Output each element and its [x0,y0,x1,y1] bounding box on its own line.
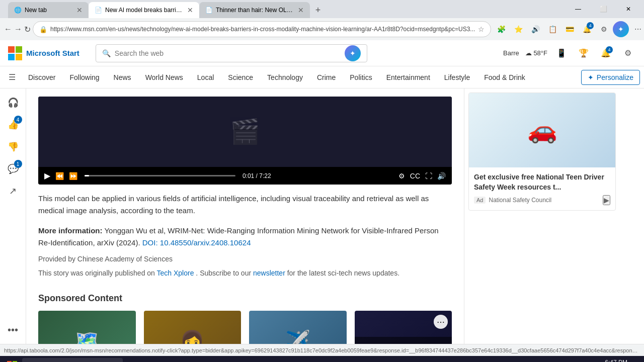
sponsored-card-smartasset[interactable]: 👩 SmartAsset Vermont: The List Of The To… [144,311,242,344]
copilot-icon[interactable]: ✦ [345,45,361,61]
more-info-label: More information: [38,226,103,235]
settings-button[interactable]: ⚙ [596,21,612,37]
nav-item-science[interactable]: Science [222,69,259,85]
nav-item-lifestyle[interactable]: Lifestyle [438,69,476,85]
nav-item-following[interactable]: Following [63,69,105,85]
nav-item-discover[interactable]: Discover [22,69,61,85]
settings-gear-button[interactable]: ⚙ [620,45,636,61]
profile-button[interactable]: ✦ [613,21,629,37]
bookmark-icon[interactable]: ☆ [478,25,485,33]
video-settings-button[interactable]: ⚙ [398,172,405,180]
comment-count: 1 [14,160,22,168]
ad-card: 🚗 Get exclusive free National Teen Drive… [468,93,616,211]
dislike-button[interactable]: 👎 [3,137,23,157]
card-airport-icon: ✈️ [285,329,310,344]
rewards-button[interactable]: 🏆 [576,45,592,61]
maximize-button[interactable]: ⬜ [592,0,615,18]
nav-item-technology[interactable]: Technology [261,69,309,85]
refresh-button[interactable]: ↻ [24,21,31,37]
bell-notification-count: 4 [606,46,613,53]
sponsored-card-motleyfool[interactable]: 🤖 ⋯ Motley Fool Nvidia's New Rival (Hint… [355,311,452,344]
rewind-button[interactable]: ⏪ [55,172,64,180]
svg-rect-3 [16,54,22,60]
share-button[interactable]: ↗ [3,181,23,201]
minimize-button[interactable]: — [567,0,590,18]
personalize-label: Personalize [597,73,633,81]
msn-logo[interactable]: Microsoft Start [8,46,79,60]
notification-bell-button[interactable]: 🔔 4 [598,45,614,61]
card-placeholder: 🗺️ [38,311,136,344]
tab-close-btn[interactable]: ✕ [76,6,83,14]
taskbar-icon-explorer[interactable]: 📁 [145,356,163,362]
more-options-button[interactable]: ••• [3,320,23,340]
favorites-button[interactable]: ⭐ [510,21,526,37]
wallet-button[interactable]: 💳 [561,21,578,37]
taskbar-icon-teams[interactable]: 💬 [225,356,244,362]
tab-newai[interactable]: 📄 New AI model breaks barriers in ... ✕ [89,2,199,18]
tab-close-active-btn[interactable]: ✕ [187,6,193,14]
back-button[interactable]: ← [4,21,12,37]
main-layout: 🎧 👍 4 👎 💬 1 ↗ ••• [0,88,644,344]
taskbar-time-display[interactable]: 6:47 PM 9/25/2024 [601,359,627,362]
taskbar-right: 📶 🔊 🔋 6:47 PM 9/25/2024 💬 [567,359,640,362]
comment-button[interactable]: 💬 1 [3,159,23,179]
start-button[interactable] [4,358,20,362]
extensions-button[interactable]: 🧩 [493,21,509,37]
taskbar-icon-app1[interactable]: 🔶 [266,356,284,362]
sponsored-card-farescraper[interactable]: ✈️ farescraper.com Airline Prices Just D… [249,311,347,344]
taskbar-icon-app2[interactable]: 🔷 [306,356,324,362]
nav-item-local[interactable]: Local [191,69,220,85]
card-more-button[interactable]: ⋯ [434,315,448,329]
article-inner: 🎬 ▶ ⏪ ⏩ 0:01 / 7:22 ⚙ CC ⛶ 🔊 [26,88,464,293]
ad-image: 🚗 [469,93,615,167]
more-button[interactable]: ⋯ [630,21,644,37]
taskbar-icon-pdf[interactable]: 📕 [286,356,304,362]
nav-item-crime[interactable]: Crime [311,69,342,85]
hamburger-menu-button[interactable]: ☰ [4,69,20,85]
nav-item-entertainment[interactable]: Entertainment [380,69,436,85]
taskbar-icon-app3[interactable]: ⚙ [326,356,344,362]
nav-item-news[interactable]: News [108,69,137,85]
lock-icon: 🔒 [39,26,47,33]
play-button[interactable]: ▶ [44,171,50,180]
ad-source: National Safety Council [489,197,551,204]
video-progress-bar[interactable] [85,175,235,176]
taskbar-search-bar[interactable]: 🔍 Search [22,358,123,362]
closed-captions-button[interactable]: CC [410,172,420,180]
taskbar-icon-chrome[interactable]: 🔵 [246,356,264,362]
ad-report-button[interactable]: ▶ [603,195,610,205]
close-button[interactable]: ✕ [617,0,640,18]
tab-newtab[interactable]: 🌐 New tab ✕ [8,2,89,18]
sponsored-card-home-value[interactable]: 🗺️ Home Value Calculator Calculator Show… [38,311,136,344]
tab-icon: 🌐 [14,7,22,14]
mobile-icon-button[interactable]: 📱 [553,45,570,61]
doi-link[interactable]: DOI: 10.48550/arxiv.2408.10624 [142,238,251,247]
tech-xplore-link[interactable]: Tech Xplore [157,269,194,277]
personalize-button[interactable]: ✦ Personalize [581,70,640,85]
read-aloud-button[interactable]: 🔊 [527,21,543,37]
like-button[interactable]: 👍 4 [3,115,23,135]
search-input[interactable] [115,49,341,57]
msn-logo-icon [8,46,22,60]
taskbar-icon-mail[interactable]: 📧 [185,356,203,362]
new-tab-button[interactable]: + [310,2,326,18]
volume-button[interactable]: 🔊 [437,172,446,180]
listen-button[interactable]: 🎧 [3,93,23,113]
msn-search-bar[interactable]: 🔍 ✦ [96,44,367,62]
fullscreen-button[interactable]: ⛶ [425,172,432,180]
forward-button[interactable]: → [14,21,22,37]
newsletter-link[interactable]: newsletter [253,269,285,277]
collections-button[interactable]: 📋 [544,21,560,37]
taskbar-icon-store[interactable]: 🛍 [165,356,183,362]
notifications-button[interactable]: 🔔 4 [579,21,595,37]
nav-item-politics[interactable]: Politics [344,69,378,85]
tab-oled[interactable]: 📄 Thinner than hair: New OLED pro... ✕ [199,2,310,18]
taskbar-icon-copilot[interactable]: ✦ [205,356,223,362]
nav-item-food[interactable]: Food & Drink [478,69,531,85]
taskbar-icon-edge[interactable]: 🌐 [125,356,143,362]
nav-item-world-news[interactable]: World News [139,69,189,85]
subscribe-text: . Subscribe to our [196,269,253,277]
fastforward-button[interactable]: ⏩ [69,172,77,180]
address-bar[interactable]: 🔒 https://www.msn.com/en-us/news/technol… [33,21,491,37]
tab-close-oled-btn[interactable]: ✕ [298,6,304,14]
